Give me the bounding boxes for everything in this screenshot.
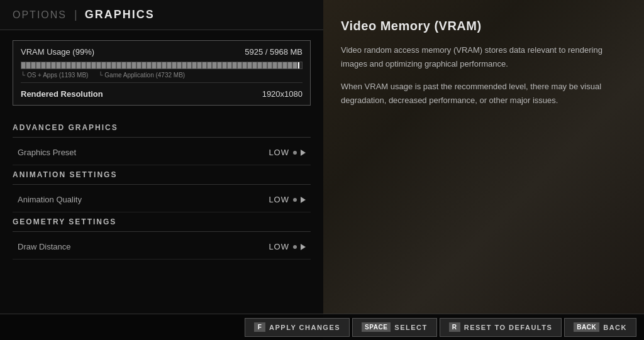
setting-value-animation-quality: LOW bbox=[269, 195, 289, 204]
vram-title: VRAM Usage (99%) bbox=[21, 47, 94, 57]
vram-bar-marker bbox=[298, 62, 299, 69]
arrow-right-icon-draw-distance bbox=[301, 244, 306, 250]
vram-header: VRAM Usage (99%) 5925 / 5968 MB bbox=[21, 47, 303, 57]
reset-defaults-button[interactable]: RRESET TO DEFAULTS bbox=[440, 318, 562, 337]
arrow-right-icon-animation-quality bbox=[301, 197, 306, 203]
section-header-advanced-graphics: ADVANCED GRAPHICS bbox=[13, 118, 311, 138]
setting-row-draw-distance[interactable]: Draw DistanceLOW bbox=[13, 234, 311, 260]
vram-rendered-row: Rendered Resolution 1920x1080 bbox=[21, 82, 303, 99]
back-button[interactable]: BACKBACK bbox=[564, 318, 636, 337]
select-key: SPACE bbox=[362, 322, 391, 332]
vram-rendered-label: Rendered Resolution bbox=[21, 89, 103, 99]
bottom-bar: FAPPLY CHANGESSPACESELECTRRESET TO DEFAU… bbox=[0, 314, 644, 340]
vram-labels: OS + Apps (1193 MB) Game Application (47… bbox=[21, 72, 303, 79]
apply-changes-label: APPLY CHANGES bbox=[269, 324, 340, 331]
apply-changes-button[interactable]: FAPPLY CHANGES bbox=[245, 318, 350, 337]
info-paragraph-2: When VRAM usage is past the recommended … bbox=[341, 80, 626, 107]
info-title: Video Memory (VRAM) bbox=[341, 19, 626, 33]
section-header-geometry-settings: GEOMETRY SETTINGS bbox=[13, 212, 311, 232]
dot-icon-draw-distance bbox=[293, 245, 297, 249]
select-button[interactable]: SPACESELECT bbox=[352, 318, 437, 337]
left-panel: OPTIONS | GRAPHICS VRAM Usage (99%) 5925… bbox=[0, 0, 323, 340]
select-label: SELECT bbox=[394, 324, 427, 331]
graphics-label: GRAPHICS bbox=[85, 8, 155, 21]
back-key: BACK bbox=[574, 322, 599, 332]
setting-row-graphics-preset[interactable]: Graphics PresetLOW bbox=[13, 140, 311, 165]
reset-defaults-key: R bbox=[449, 322, 460, 332]
back-label: BACK bbox=[603, 324, 627, 331]
right-panel: Video Memory (VRAM) Video random access … bbox=[323, 0, 644, 340]
bottom-buttons-container: FAPPLY CHANGESSPACESELECTRRESET TO DEFAU… bbox=[245, 318, 636, 337]
setting-label-graphics-preset: Graphics Preset bbox=[18, 148, 76, 157]
setting-label-draw-distance: Draw Distance bbox=[18, 242, 71, 251]
section-header-animation-settings: ANIMATION SETTINGS bbox=[13, 165, 311, 185]
vram-label-os: OS + Apps (1193 MB) bbox=[21, 72, 88, 79]
settings-content: VRAM Usage (99%) 5925 / 5968 MB OS + App… bbox=[0, 30, 323, 340]
setting-value-draw-distance: LOW bbox=[269, 242, 289, 251]
info-paragraph-1: Video random access memory (VRAM) stores… bbox=[341, 43, 626, 71]
vram-label-game: Game Application (4732 MB) bbox=[98, 72, 185, 79]
vram-rendered-value: 1920x1080 bbox=[262, 89, 303, 99]
header-divider: | bbox=[74, 8, 77, 21]
vram-bar bbox=[21, 62, 303, 69]
setting-value-graphics-preset: LOW bbox=[269, 148, 289, 157]
apply-changes-key: F bbox=[254, 322, 265, 332]
options-label: OPTIONS bbox=[13, 9, 67, 21]
header: OPTIONS | GRAPHICS bbox=[0, 0, 323, 30]
arrow-right-icon-graphics-preset bbox=[301, 150, 306, 156]
reset-defaults-label: RESET TO DEFAULTS bbox=[464, 324, 553, 331]
vram-section[interactable]: VRAM Usage (99%) 5925 / 5968 MB OS + App… bbox=[13, 40, 311, 106]
vram-bar-fill bbox=[21, 62, 299, 69]
dot-icon-graphics-preset bbox=[293, 151, 297, 155]
sections-container: ADVANCED GRAPHICSGraphics PresetLOWANIMA… bbox=[13, 118, 311, 260]
dot-icon-animation-quality bbox=[293, 198, 297, 202]
setting-value-container-draw-distance: LOW bbox=[269, 242, 306, 251]
setting-row-animation-quality[interactable]: Animation QualityLOW bbox=[13, 187, 311, 212]
setting-value-container-animation-quality: LOW bbox=[269, 195, 306, 204]
vram-value: 5925 / 5968 MB bbox=[245, 47, 303, 57]
setting-label-animation-quality: Animation Quality bbox=[18, 195, 82, 204]
setting-value-container-graphics-preset: LOW bbox=[269, 148, 306, 157]
